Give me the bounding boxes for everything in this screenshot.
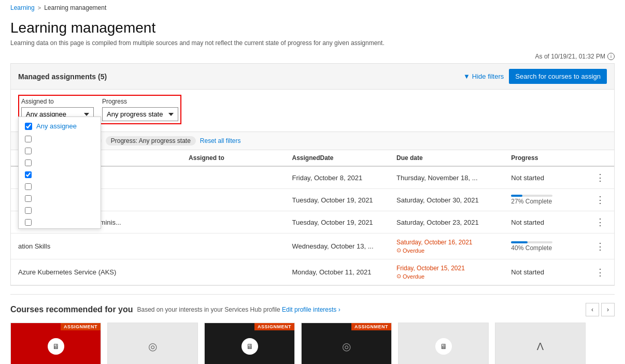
assigned-to-1 [181,166,285,189]
course-name-5: Azure Kubernetes Service (AKS) [11,259,181,285]
more-button-3[interactable]: ⋮ [593,216,607,228]
recommended-subtitle: Based on your interests in your Services… [137,306,340,313]
hide-filters-button[interactable]: ▼ Hide filters [463,72,504,80]
date-cell-4: Saturday, October 16, 2021 ⊙ Overdue [396,239,496,254]
timestamp-label: As of 10/19/21, 01:32 PM [535,53,605,60]
dropdown-item-5[interactable] [19,181,101,193]
dropdown-item-8[interactable] [19,216,101,226]
course-card-1[interactable]: ASSIGNMENT 🖥 ON-DEMAND VIDEOS [10,323,101,364]
card-icon-3: 🖥 [242,338,258,355]
due-date-1: Thursday, November 18, ... [389,166,504,189]
due-date-5: Friday, October 15, 2021 ⊙ Overdue [389,259,504,285]
progress-track-2 [511,195,552,197]
actions-3: ⋮ [586,211,614,234]
actions-5: ⋮ [586,259,614,285]
search-courses-button[interactable]: Search for courses to assign [509,69,607,84]
col-header-due-date: Due date [389,150,504,166]
dropdown-scroll [19,133,101,226]
date-cell-5: Friday, October 15, 2021 ⊙ Overdue [396,265,496,280]
overdue-date-4: Saturday, October 16, 2021 [396,239,496,246]
course-card-4[interactable]: ASSIGNMENT ◎ ON-DEMAND VIDEOS [301,323,392,364]
recommended-header: Courses recommended for you Based on you… [10,303,615,316]
actions-1: ⋮ [586,166,614,189]
overdue-text-4: Overdue [403,247,424,254]
course-name-4: ation Skills [11,234,181,259]
dropdown-item-3[interactable] [19,157,101,169]
more-button-5[interactable]: ⋮ [593,267,607,278]
dropdown-item-4[interactable] [19,169,101,181]
course-card-3[interactable]: ASSIGNMENT 🖥 ON-DEMAND VIDEOS [204,323,295,364]
progress-text-4: 40% Complete [511,244,579,252]
breadcrumb-separator: > [38,5,41,11]
card-thumb-2: ◎ [108,323,197,364]
progress-fill-2 [511,195,522,197]
course-card-2[interactable]: ◎ ON-DEMAND VIDEOS [107,323,198,364]
more-button-4[interactable]: ⋮ [593,241,607,252]
assigned-date-4: Wednesday, October 13, ... [285,234,390,259]
more-button-2[interactable]: ⋮ [593,194,607,206]
dropdown-item-any-assignee[interactable]: Any assignee [19,119,101,133]
assigned-date-2: Tuesday, October 19, 2021 [285,189,390,211]
card-badge-3: ASSIGNMENT [254,323,294,330]
card-badge-1: ASSIGNMENT [61,323,101,330]
progress-select[interactable]: Any progress state [102,107,178,121]
any-assignee-label: Any assignee [36,122,77,130]
assigned-to-4 [181,234,285,259]
overdue-icon-5: ⊙ [396,273,401,280]
dropdown-item-1[interactable] [19,133,101,145]
funnel-icon: ▼ [463,72,470,80]
table-controls: ▼ Hide filters Search for courses to ass… [463,69,607,84]
course-cards: ASSIGNMENT 🖥 ON-DEMAND VIDEOS ◎ ON-DEMAN… [10,323,615,364]
card-type-icon-2: ◎ [148,340,157,353]
filters-area: Assigned to Any assignee Progress Any pr… [11,90,614,132]
overdue-icon-4: ⊙ [396,247,401,254]
table-title: Managed assignments (5) [18,72,107,81]
overdue-date-5: Friday, October 15, 2021 [396,265,496,272]
more-button-1[interactable]: ⋮ [593,172,607,183]
overdue-badge-5: ⊙ Overdue [396,273,496,280]
nav-arrows: ‹ › [586,303,615,316]
prev-arrow-button[interactable]: ‹ [586,303,599,316]
assigned-to-5 [181,259,285,285]
card-type-icon-6: Λ [537,341,544,353]
col-header-progress: Progress [504,150,586,166]
progress-3: Not started [504,211,586,234]
progress-1: Not started [504,166,586,189]
course-card-5[interactable]: 🖥 ON-DEMAND VIDEOS [398,323,489,364]
recommended-title: Courses recommended for you [10,305,133,314]
breadcrumb-parent[interactable]: Learning [10,4,35,11]
info-icon[interactable]: i [607,53,615,60]
table-row: Manager: Concepts and Adminis... Tuesday… [11,211,614,234]
overdue-text-5: Overdue [403,273,424,280]
assigned-date-3: Tuesday, October 19, 2021 [285,211,390,234]
assigned-date-1: Friday, October 8, 2021 [285,166,390,189]
progress-4: 40% Complete [504,234,586,259]
breadcrumb: Learning > Learning management [0,0,625,16]
col-header-assigned-date: AssignedDate [285,150,390,166]
actions-2: ⋮ [586,189,614,211]
card-icon-1: 🖥 [48,338,64,355]
table-row: iate Tuesday, October 19, 2021 Saturday,… [11,189,614,211]
progress-track-4 [511,241,552,243]
table-header: Managed assignments (5) ▼ Hide filters S… [11,64,614,90]
filter-chip-progress: Progress: Any progress state [106,136,196,145]
dropdown-item-6[interactable] [19,193,101,205]
progress-bar-4: 40% Complete [511,241,579,252]
reset-filters-link[interactable]: Reset all filters [200,137,241,144]
due-date-2: Saturday, October 30, 2021 [389,189,504,211]
table-header-row: Assigned to AssignedDate Due date Progre… [11,150,614,166]
dropdown-item-7[interactable] [19,205,101,216]
edit-profile-link[interactable]: Edit profile interests › [282,306,340,313]
any-assignee-checkbox[interactable] [25,123,32,130]
timestamp-bar: As of 10/19/21, 01:32 PM i [10,53,615,60]
card-type-icon-4: ◎ [342,340,351,353]
breadcrumb-current: Learning management [44,4,106,11]
next-arrow-button[interactable]: › [601,303,615,316]
assignee-dropdown[interactable]: Any assignee [18,117,101,229]
due-date-4: Saturday, October 16, 2021 ⊙ Overdue [389,234,504,259]
course-card-6[interactable]: Λ ON-DEMAND VIDE [495,323,586,364]
card-icon-5: 🖥 [435,338,452,355]
actions-4: ⋮ [586,234,614,259]
dropdown-item-2[interactable] [19,145,101,157]
card-thumb-1: ASSIGNMENT 🖥 [11,323,101,364]
